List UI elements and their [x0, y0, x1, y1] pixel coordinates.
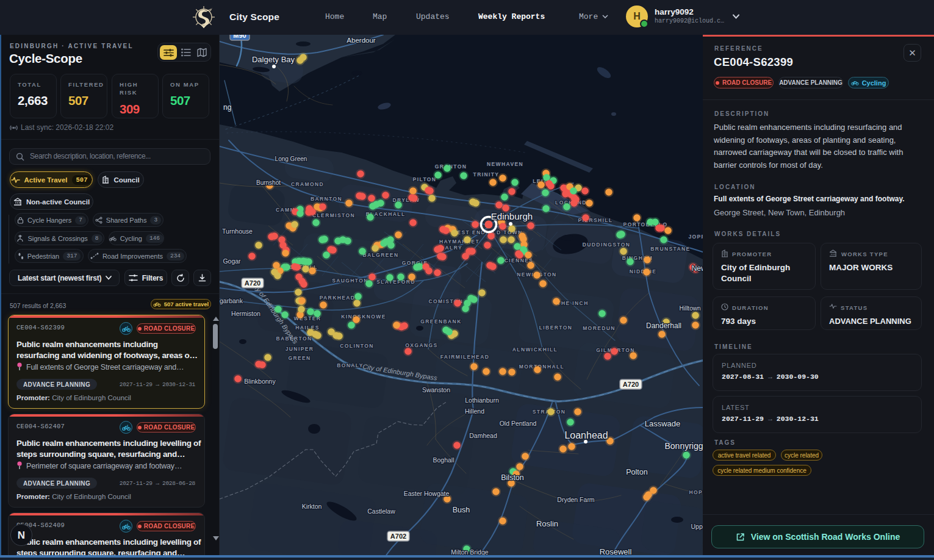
svg-text:A720: A720 — [245, 279, 260, 287]
svg-text:Hillend: Hillend — [465, 407, 484, 415]
svg-text:BALGREEN: BALGREEN — [363, 252, 399, 258]
svg-text:THE INCH: THE INCH — [557, 300, 588, 306]
svg-text:Newcraighall: Newcraighall — [692, 264, 703, 273]
svg-text:Danderhall: Danderhall — [646, 321, 681, 330]
svg-text:SAUGHTON: SAUGHTON — [332, 278, 368, 284]
svg-text:HOPEFIELD: HOPEFIELD — [689, 489, 703, 495]
svg-text:HAYMARKET: HAYMARKET — [439, 239, 480, 245]
svg-text:GREEN: GREEN — [288, 355, 311, 361]
svg-text:Lothianburn: Lothianburn — [465, 397, 499, 404]
svg-text:PARKHEAD: PARKHEAD — [320, 295, 356, 301]
svg-text:Hilltown: Hilltown — [679, 305, 700, 312]
svg-text:PILTON: PILTON — [413, 176, 437, 182]
svg-text:Damhead: Damhead — [469, 432, 497, 439]
svg-text:Polton: Polton — [626, 468, 647, 476]
svg-text:Blinkbonny: Blinkbonny — [244, 378, 276, 385]
svg-text:LIBERTON: LIBERTON — [539, 325, 573, 331]
svg-text:ALNWICKHILL: ALNWICKHILL — [512, 346, 558, 353]
svg-text:CLERMISTON: CLERMISTON — [312, 212, 355, 218]
svg-text:Hermiston: Hermiston — [231, 310, 260, 317]
svg-text:BONALY: BONALY — [337, 362, 364, 368]
svg-text:Turnhouse: Turnhouse — [222, 228, 253, 235]
svg-text:A702: A702 — [390, 533, 406, 540]
svg-text:Roslin: Roslin — [536, 519, 558, 528]
svg-text:NEWHAVEN: NEWHAVEN — [487, 161, 523, 167]
svg-text:Burnshot: Burnshot — [256, 179, 281, 186]
svg-text:BARNTON: BARNTON — [311, 196, 342, 202]
svg-text:Upper Broomieknowe: Upper Broomieknowe — [691, 523, 703, 530]
svg-text:COLINTON: COLINTON — [340, 343, 373, 349]
svg-text:Loanhead: Loanhead — [564, 430, 608, 440]
svg-text:Aberdour: Aberdour — [347, 37, 375, 44]
svg-text:FAIRMILEHEAD: FAIRMILEHEAD — [440, 354, 490, 360]
svg-text:Old Pentland: Old Pentland — [500, 420, 537, 427]
svg-text:Swanston: Swanston — [422, 386, 450, 393]
svg-text:A720: A720 — [623, 381, 639, 388]
svg-text:Bush: Bush — [453, 506, 470, 514]
svg-text:CRAMOND: CRAMOND — [291, 181, 324, 187]
svg-text:Castlelaw: Castlelaw — [367, 508, 395, 515]
svg-text:Boghall: Boghall — [433, 456, 454, 464]
svg-text:Dalgety Bay: Dalgety Bay — [252, 55, 295, 64]
svg-text:Bonnyrigg: Bonnyrigg — [664, 441, 703, 451]
svg-text:Edinburgh: Edinburgh — [491, 211, 533, 221]
svg-text:BRUNSTANE: BRUNSTANE — [650, 246, 690, 252]
svg-text:Long Green: Long Green — [275, 156, 307, 162]
svg-text:garbank: garbank — [220, 297, 243, 304]
svg-text:M90: M90 — [233, 35, 246, 39]
svg-text:Easter Howgate: Easter Howgate — [404, 490, 450, 497]
svg-text:Bilston: Bilston — [501, 473, 524, 482]
svg-text:Lasswade: Lasswade — [645, 419, 681, 428]
svg-text:Kirkton: Kirkton — [302, 503, 322, 510]
svg-text:GREENBANK: GREENBANK — [420, 318, 461, 325]
svg-text:MOREDUN: MOREDUN — [583, 325, 616, 331]
svg-text:ng: ng — [223, 103, 231, 112]
svg-text:Dryden Farm: Dryden Farm — [557, 496, 595, 503]
svg-text:JUNIPER: JUNIPER — [286, 346, 314, 352]
svg-text:TRINITY: TRINITY — [473, 171, 500, 178]
svg-text:KINGSKNOWE: KINGSKNOWE — [341, 314, 386, 320]
svg-text:JOPPA: JOPPA — [688, 234, 703, 240]
svg-text:Gogar: Gogar — [223, 257, 241, 265]
